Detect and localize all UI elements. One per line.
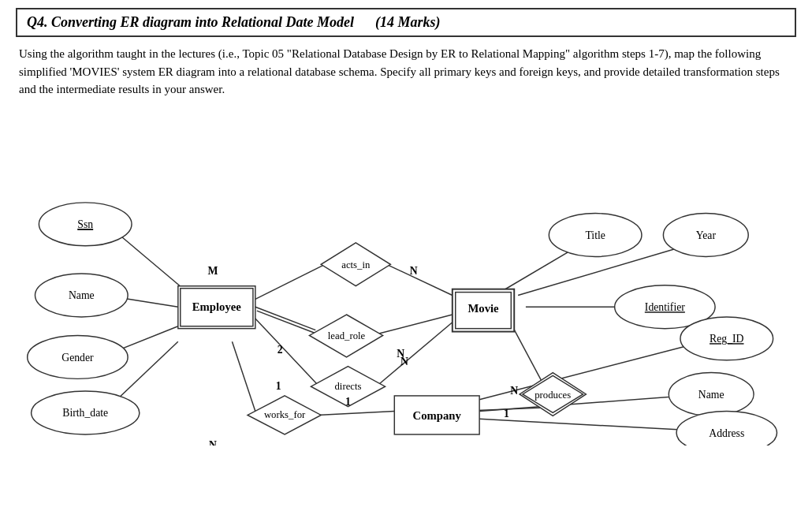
- card-m: M: [207, 265, 218, 277]
- card-1-produces: 1: [504, 408, 509, 419]
- ssn-attr-label: Ssn: [77, 218, 93, 230]
- reg-id-attr-label: Reg_ID: [710, 333, 744, 345]
- card-1-directs-emp: 1: [276, 380, 281, 392]
- company-name-attr-label: Name: [698, 388, 724, 400]
- diagram-svg: text { font-family: 'Times New Roman', T…: [16, 106, 796, 446]
- card-2: 2: [277, 344, 283, 356]
- card-n-produces-movie: N: [510, 384, 518, 396]
- svg-line-8: [378, 315, 453, 334]
- title-attr-label: Title: [585, 229, 605, 240]
- page-title: Q4. Converting ER diagram into Relationa…: [27, 14, 785, 31]
- identifier-attr-label: Identifier: [645, 301, 685, 313]
- card-n-acts: N: [410, 265, 418, 277]
- marks-text: (14 Marks): [375, 14, 441, 30]
- svg-line-20: [479, 419, 695, 431]
- er-diagram: text { font-family: 'Times New Roman', T…: [16, 106, 796, 446]
- card-n-works: N: [209, 438, 217, 445]
- movie-entity-label: Movie: [467, 302, 499, 315]
- page: Q4. Converting ER diagram into Relationa…: [0, 0, 812, 522]
- address-attr-label: Address: [709, 427, 744, 438]
- acts-in-rel-label: acts_in: [341, 259, 371, 270]
- svg-line-19: [479, 395, 684, 411]
- svg-line-11: [232, 341, 255, 411]
- employee-entity-label: Employee: [192, 300, 241, 313]
- header-box: Q4. Converting ER diagram into Relationa…: [16, 8, 796, 37]
- works-for-rel-label: works_for: [264, 409, 306, 420]
- directs-rel-label: directs: [335, 381, 362, 392]
- svg-line-5: [386, 264, 452, 295]
- title-text: Q4. Converting ER diagram into Relationa…: [27, 14, 354, 30]
- svg-line-10: [379, 322, 453, 383]
- gender-attr-label: Gender: [61, 351, 94, 363]
- svg-line-6: [255, 307, 315, 330]
- birth-date-attr-label: Birth_date: [62, 407, 108, 419]
- company-entity-label: Company: [413, 409, 462, 422]
- svg-line-4: [255, 264, 325, 299]
- year-attr-label: Year: [696, 229, 717, 240]
- produces-rel-label: produces: [535, 389, 571, 400]
- card-1-works: 1: [345, 395, 351, 407]
- description-text: Using the algorithm taught in the lectur…: [16, 45, 796, 99]
- svg-line-9: [255, 318, 317, 383]
- lead-role-rel-label: lead_role: [328, 330, 366, 341]
- card-n-directs: N: [400, 355, 408, 367]
- svg-line-12: [317, 411, 394, 415]
- name-attr-label: Name: [69, 289, 95, 301]
